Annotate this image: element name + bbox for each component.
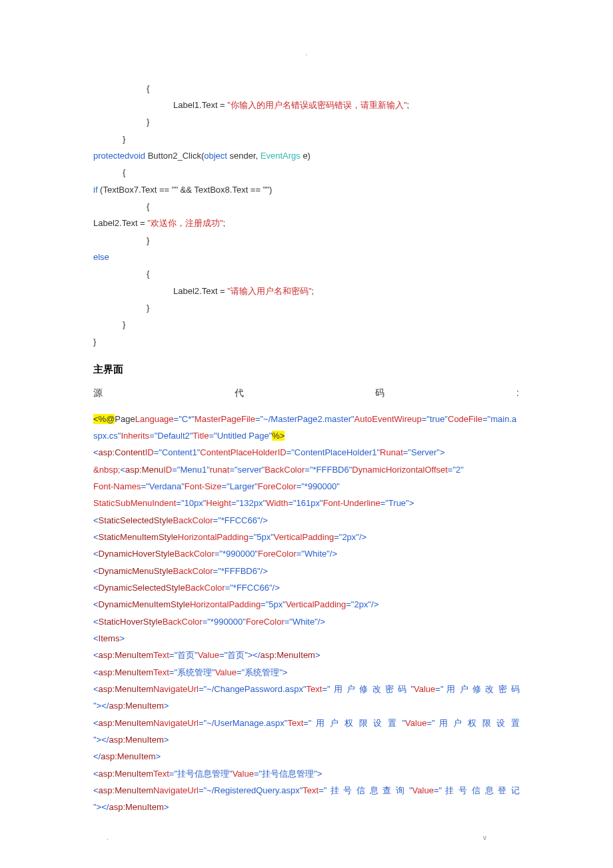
asp-line: StaticSubMenuIndent="10px"Height="132px"… [93,495,520,511]
v: ="10px" [176,498,206,508]
cs-line: Label2.Text = "欢送你，注册成功"; [93,215,520,231]
a: Value [414,684,435,694]
a: Runat [380,447,403,457]
a: Value [412,785,434,795]
a: BackColor [173,515,213,525]
v: "></ [93,701,109,711]
a: Value [233,769,254,779]
val: ="true" [422,414,448,424]
txt: Label1.Text = [173,100,227,110]
e: asp:MenuItem [261,650,315,660]
a: Text [287,718,303,728]
semi: ; [223,218,226,228]
a: Font-Names [93,481,141,491]
asp-line: <asp:MenuItemNavigateUrl="~/RegisteredQu… [93,782,520,799]
e: Items [99,633,120,643]
val: spx.cs" [93,431,121,441]
a: Width [266,498,288,508]
v: ="*FFFBD6"/> [213,566,268,576]
v: ="首页"></ [219,650,261,660]
v: ="161px" [288,498,322,508]
page-footer: . v [107,831,486,845]
a: BackColor [173,566,213,576]
cs-brace-close: } [93,131,520,147]
asp-line: Font-Names="Verdana"Font-Size="Larger"Fo… [93,478,520,495]
string: "你输入的用户名错误或密码错误，请重新输入" [227,100,406,110]
asp-line: <asp:MenuItemText="系统管理"Value="系统管理"> [93,664,520,681]
t: > [164,701,169,711]
v: ="Menu1" [172,465,210,475]
v: ="~/RegisteredQuery.aspx" [199,785,303,795]
asp-line: <asp:ContentID="Content1"ContentPlaceHol… [93,444,520,461]
cs-brace-close: } [93,333,520,350]
v: ="Server"> [403,447,445,457]
asp-line: "></asp:MenuItem> [93,799,520,815]
a: ContentPlaceHolderID [200,447,286,457]
a: ID [163,465,172,475]
a: VerticalPadding [286,599,346,609]
v: ="2px"/> [346,599,378,609]
a: VerticalPadding [274,532,334,542]
v: ="首页" [169,650,198,660]
t: < [93,769,99,779]
keyword: object [204,151,227,161]
v: ="5px" [261,599,286,609]
a: ForeColor [246,617,285,627]
t: < [93,718,99,728]
asp-line: <asp:MenuItemNavigateUrl="~/UserManage.a… [93,715,520,731]
a: Height [206,498,231,508]
asp-line: </asp:MenuItem> [93,748,520,765]
v: ="server" [229,465,265,475]
v: =" 用 户 修 改 密 码 [435,684,520,694]
txt: Label2.Text = [93,218,147,228]
t: < [93,515,99,525]
asp-line: <DynamicMenuStyleBackColor="*FFFBD6"/> [93,563,520,579]
v: ="挂号信息管理" [169,769,233,779]
v: ="White"/> [297,549,337,559]
t: > [315,650,320,660]
v: ="2px"/> [334,532,366,542]
cs-brace-open: { [93,198,520,215]
a: BackColor [163,617,203,627]
char: 源 [93,384,103,402]
val: ="C*" [174,414,195,424]
asp-line: spx.cs"Inherits="Default2"Title="Untitle… [93,427,520,444]
v: "></ [93,735,109,745]
cs-line: protectedvoid Button2_Click(object sende… [93,147,520,164]
cs-brace-close: } [93,232,520,249]
e: asp:MenuItem [109,802,163,812]
cs-brace-close: } [93,299,520,316]
asp-line: <Items> [93,630,520,647]
v: ="Content1" [154,447,201,457]
e: DynamicHoverStyle [99,549,175,559]
type: EventArgs [261,151,301,161]
t: < [93,583,99,593]
e: asp:MenuItem [99,667,153,677]
char: : [516,384,520,402]
a: Font-Underline [323,498,380,508]
v: ="系统管理"> [237,667,287,677]
e: StaticSelectedStyle [99,515,173,525]
t: < [93,447,99,457]
e: asp:MenuItem [109,701,163,711]
v: ="Larger" [221,481,257,491]
semi: ; [312,286,314,296]
v: ="2" [448,465,464,475]
t: < [120,465,125,475]
a: ForeColor [258,481,297,491]
a: NavigateUrl [153,785,199,795]
t: > [156,751,161,761]
a: Value [405,718,426,728]
txt: e) [301,151,310,161]
v: ="ContentPlaceHolder1" [287,447,380,457]
e: asp:MenuItem [99,650,153,660]
char: 代 [235,384,245,402]
attr: Inherits [121,431,149,441]
a: DynamicHorizontalOffset [352,465,448,475]
v: =" 用 户 修 改 密 码 " [322,684,414,694]
val: ="main.a [482,414,516,424]
v: "></ [93,802,109,812]
txt: Page [115,414,135,424]
e: DynamicMenuItemStyle [99,599,190,609]
hl: <%@ [93,414,115,424]
